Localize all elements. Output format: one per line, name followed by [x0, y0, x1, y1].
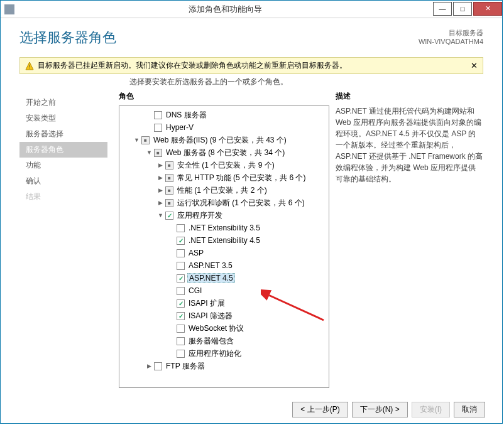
checkbox[interactable]: [165, 212, 173, 220]
tree-label: CGI: [187, 286, 203, 295]
checkbox[interactable]: [177, 350, 185, 358]
checkbox[interactable]: [154, 111, 162, 119]
expand-icon: [168, 262, 175, 269]
checkbox[interactable]: [154, 362, 162, 370]
nav-step-功能[interactable]: 功能: [19, 158, 107, 173]
tree-label: 运行状况和诊断 (1 个已安装，共 6 个): [176, 198, 306, 208]
tree-node[interactable]: .NET Extensibility 4.5: [119, 234, 329, 247]
checkbox[interactable]: [154, 124, 162, 132]
expand-icon: [168, 325, 175, 332]
tree-node[interactable]: ASP.NET 4.5: [119, 272, 329, 284]
install-button[interactable]: 安装(I): [412, 402, 450, 417]
tree-label: .NET Extensibility 3.5: [187, 223, 261, 232]
expand-icon[interactable]: ▶: [157, 175, 164, 181]
maximize-button[interactable]: □: [453, 2, 472, 16]
expand-icon[interactable]: ▶: [157, 200, 164, 207]
tree-label: ISAPI 筛选器: [187, 311, 234, 321]
expand-icon: [168, 288, 175, 294]
checkbox[interactable]: [177, 337, 185, 345]
description-header: 描述: [336, 91, 483, 102]
tree-node[interactable]: ▶安全性 (1 个已安装，共 9 个): [119, 159, 329, 171]
prev-button[interactable]: < 上一步(P): [292, 402, 348, 417]
warning-close-icon[interactable]: ✕: [471, 61, 478, 70]
checkbox[interactable]: [165, 199, 173, 207]
target-info: 目标服务器 WIN-VIVQADATHM4: [419, 28, 483, 47]
tree-node[interactable]: ▼Web 服务器 (8 个已安装，共 34 个): [119, 146, 329, 159]
expand-icon[interactable]: ▼: [157, 212, 164, 219]
titlebar: 添加角色和功能向导 — □ ✕: [1, 1, 502, 18]
nav-step-安装类型[interactable]: 安装类型: [19, 110, 107, 126]
tree-node[interactable]: .NET Extensibility 3.5: [119, 222, 329, 234]
next-button[interactable]: 下一步(N) >: [352, 402, 408, 417]
tree-node[interactable]: WebSocket 协议: [119, 322, 329, 335]
tree-node[interactable]: ▼应用程序开发: [119, 209, 329, 222]
expand-icon[interactable]: ▶: [157, 162, 164, 169]
roles-tree-container: DNS 服务器Hyper-V▼Web 服务器(IIS) (9 个已安装，共 43…: [119, 105, 329, 388]
tree-node[interactable]: 服务器端包含: [119, 335, 329, 347]
tree-label: Web 服务器 (8 个已安装，共 34 个): [165, 148, 286, 158]
tree-label: DNS 服务器: [165, 110, 208, 121]
checkbox[interactable]: [177, 249, 185, 257]
tree-node[interactable]: ▼Web 服务器(IIS) (9 个已安装，共 43 个): [119, 134, 329, 146]
tree-node[interactable]: ▶运行状况和诊断 (1 个已安装，共 6 个): [119, 196, 329, 209]
target-label: 目标服务器: [419, 28, 483, 38]
checkbox[interactable]: [165, 186, 173, 195]
checkbox[interactable]: [177, 262, 185, 270]
checkbox[interactable]: [177, 237, 185, 245]
tree-node[interactable]: ASP: [119, 247, 329, 259]
tree-node[interactable]: ▶性能 (1 个已安装，共 2 个): [119, 184, 329, 196]
subtitle: 选择要安装在所选服务器上的一个或多个角色。: [129, 77, 483, 87]
expand-icon[interactable]: ▶: [157, 187, 164, 194]
roles-tree[interactable]: DNS 服务器Hyper-V▼Web 服务器(IIS) (9 个已安装，共 43…: [119, 106, 329, 387]
checkbox[interactable]: [141, 136, 150, 144]
checkbox[interactable]: [177, 274, 185, 282]
tree-node[interactable]: ASP.NET 3.5: [119, 259, 329, 272]
expand-icon: [168, 250, 175, 257]
tree-node[interactable]: ISAPI 筛选器: [119, 309, 329, 322]
checkbox[interactable]: [177, 299, 185, 308]
checkbox[interactable]: [165, 161, 173, 169]
checkbox[interactable]: [177, 224, 185, 232]
checkbox[interactable]: [177, 312, 185, 320]
nav-step-开始之前[interactable]: 开始之前: [19, 95, 107, 110]
checkbox[interactable]: [177, 287, 185, 295]
wizard-window: 添加角色和功能向导 — □ ✕ 选择服务器角色 目标服务器 WIN-VIVQAD…: [0, 0, 503, 424]
app-icon: [4, 4, 14, 14]
tree-node[interactable]: DNS 服务器: [119, 109, 329, 121]
tree-node[interactable]: ▶常见 HTTP 功能 (5 个已安装，共 6 个): [119, 171, 329, 184]
nav-step-确认[interactable]: 确认: [19, 173, 107, 189]
description-text: ASP.NET 通过使用托管代码为构建网站和 Web 应用程序向服务器端提供面向…: [336, 105, 483, 185]
expand-icon: [168, 313, 175, 320]
page-heading: 选择服务器角色: [19, 28, 116, 47]
tree-label: 应用程序初始化: [187, 348, 243, 359]
checkbox[interactable]: [154, 149, 162, 157]
tree-node[interactable]: ▶FTP 服务器: [119, 360, 329, 372]
expand-icon[interactable]: ▶: [146, 363, 153, 370]
minimize-button[interactable]: —: [433, 2, 452, 16]
tree-node[interactable]: Hyper-V: [119, 121, 329, 134]
tree-label: ASP.NET 3.5: [187, 261, 234, 270]
tree-label: 常见 HTTP 功能 (5 个已安装，共 6 个): [176, 173, 307, 183]
footer-buttons: < 上一步(P) 下一步(N) > 安装(I) 取消: [292, 402, 485, 417]
description-column: 描述 ASP.NET 通过使用托管代码为构建网站和 Web 应用程序向服务器端提…: [336, 91, 483, 392]
cancel-button[interactable]: 取消: [454, 402, 485, 417]
checkbox[interactable]: [177, 325, 185, 333]
close-button[interactable]: ✕: [473, 2, 502, 16]
warning-icon: !: [25, 62, 34, 70]
body: 开始之前安装类型服务器选择服务器角色功能确认结果 角色 DNS 服务器Hyper…: [1, 91, 502, 392]
target-server: WIN-VIVQADATHM4: [419, 38, 483, 45]
expand-icon: [168, 225, 175, 232]
tree-label: FTP 服务器: [165, 361, 206, 372]
expand-icon[interactable]: ▼: [133, 137, 140, 144]
tree-label: .NET Extensibility 4.5: [187, 236, 261, 245]
checkbox[interactable]: [165, 174, 173, 182]
expand-icon: [146, 124, 153, 131]
expand-icon[interactable]: ▼: [146, 149, 153, 156]
expand-icon: [168, 237, 175, 244]
nav-step-服务器选择[interactable]: 服务器选择: [19, 126, 107, 142]
roles-header: 角色: [119, 91, 329, 102]
tree-node[interactable]: 应用程序初始化: [119, 347, 329, 360]
tree-node[interactable]: ISAPI 扩展: [119, 297, 329, 309]
nav-step-服务器角色[interactable]: 服务器角色: [19, 142, 107, 158]
tree-node[interactable]: CGI: [119, 284, 329, 297]
